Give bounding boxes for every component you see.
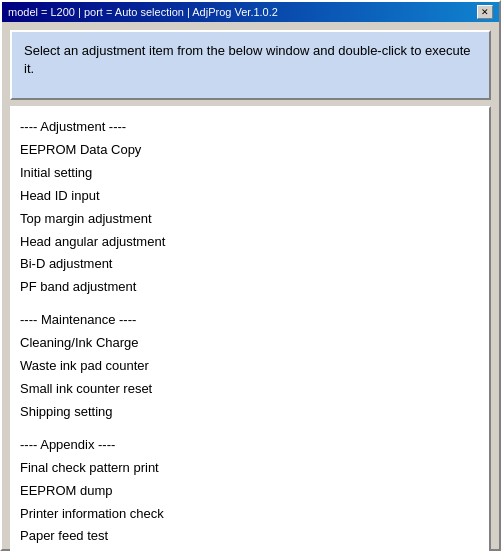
list-item[interactable]: Printer information check <box>16 503 485 526</box>
title-buttons: ✕ <box>477 5 493 19</box>
list-item[interactable]: Top margin adjustment <box>16 208 485 231</box>
window-content: Select an adjustment item from the below… <box>2 22 499 551</box>
list-spacer <box>16 299 485 307</box>
list-item[interactable]: Small ink counter reset <box>16 378 485 401</box>
close-button[interactable]: ✕ <box>477 5 493 19</box>
instruction-text: Select an adjustment item from the below… <box>24 43 471 76</box>
list-item[interactable]: EEPROM Data Copy <box>16 139 485 162</box>
list-item[interactable]: Head angular adjustment <box>16 231 485 254</box>
title-text: model = L200 | port = Auto selection | A… <box>8 6 477 18</box>
list-item[interactable]: Bi-D adjustment <box>16 253 485 276</box>
list-item[interactable]: Final check pattern print <box>16 457 485 480</box>
list-item[interactable]: Paper feed test <box>16 525 485 548</box>
list-spacer <box>16 424 485 432</box>
main-window: model = L200 | port = Auto selection | A… <box>0 0 501 551</box>
title-bar: model = L200 | port = Auto selection | A… <box>2 2 499 22</box>
list-item[interactable]: Cleaning/Ink Charge <box>16 332 485 355</box>
list-item[interactable]: Initial setting <box>16 162 485 185</box>
list-section-header: ---- Appendix ---- <box>16 432 485 457</box>
list-container: ---- Adjustment ----EEPROM Data CopyInit… <box>10 106 491 551</box>
list-item[interactable]: Waste ink pad counter <box>16 355 485 378</box>
list-item[interactable]: PF band adjustment <box>16 276 485 299</box>
list-item[interactable]: Shipping setting <box>16 401 485 424</box>
list-section-header: ---- Maintenance ---- <box>16 307 485 332</box>
list-scroll[interactable]: ---- Adjustment ----EEPROM Data CopyInit… <box>12 108 489 551</box>
list-item[interactable]: Head ID input <box>16 185 485 208</box>
list-item[interactable]: EEPROM dump <box>16 480 485 503</box>
list-section-header: ---- Adjustment ---- <box>16 114 485 139</box>
instruction-box: Select an adjustment item from the below… <box>10 30 491 100</box>
